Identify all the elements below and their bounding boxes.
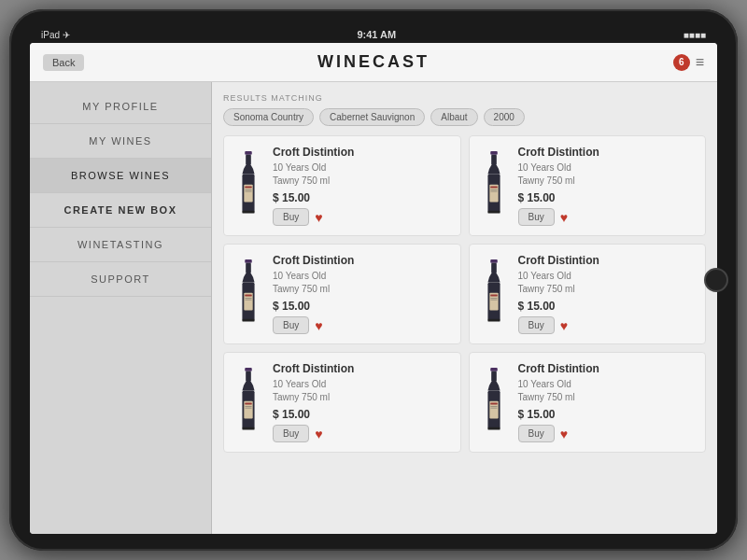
sidebar-item-create-new-box[interactable]: CREATE NEW BOX (30, 193, 211, 228)
favorite-button[interactable]: ♥ (315, 427, 322, 441)
svg-rect-12 (490, 186, 498, 188)
svg-rect-29 (490, 298, 498, 299)
buy-button[interactable]: Buy (518, 316, 555, 334)
svg-rect-23 (242, 318, 254, 321)
product-desc: 10 Years OldTawny 750 ml (273, 270, 451, 296)
product-card: Croft Distintion 10 Years OldTawny 750 m… (469, 244, 707, 344)
svg-rect-5 (245, 189, 252, 190)
buy-button[interactable]: Buy (518, 425, 555, 442)
favorite-button[interactable]: ♥ (315, 319, 322, 332)
cart-area[interactable]: 6 ≡ (673, 54, 704, 71)
filter-tag-2[interactable]: Albaut (430, 108, 477, 126)
favorite-button[interactable]: ♥ (315, 211, 322, 224)
svg-rect-40 (490, 368, 498, 371)
sidebar: MY PROFILE MY WINES BROWSE WINES CREATE … (30, 82, 212, 534)
product-desc: 10 Years OldTawny 750 ml (273, 161, 451, 188)
buy-button[interactable]: Buy (518, 208, 555, 226)
sidebar-item-my-profile[interactable]: MY PROFILE (30, 90, 211, 124)
sidebar-item-my-wines[interactable]: MY WINES (30, 124, 211, 159)
product-actions: Buy ♥ (273, 425, 451, 442)
status-left: iPad ✈ (41, 30, 70, 40)
product-grid: Croft Distintion 10 Years OldTawny 750 m… (223, 135, 706, 453)
results-label: RESULTS MATCHING (223, 93, 706, 103)
svg-rect-47 (487, 427, 500, 429)
results-header: RESULTS MATCHING Sonoma Country Cabernet… (223, 93, 706, 126)
product-desc: 10 Years OldTawny 750 ml (518, 161, 697, 188)
product-card: Croft Distintion 10 Years OldTawny 750 m… (223, 244, 461, 344)
cart-icon[interactable]: ≡ (696, 54, 704, 71)
product-actions: Buy ♥ (273, 208, 451, 226)
product-info: Croft Distintion 10 Years OldTawny 750 m… (273, 362, 451, 442)
svg-rect-39 (242, 427, 254, 429)
product-actions: Buy ♥ (273, 316, 451, 334)
svg-rect-16 (245, 259, 252, 263)
svg-rect-4 (245, 186, 252, 188)
back-button[interactable]: Back (43, 54, 84, 71)
wine-bottle-0 (233, 151, 263, 221)
product-info: Croft Distintion 10 Years OldTawny 750 m… (273, 254, 451, 334)
svg-rect-1 (246, 154, 251, 164)
filter-tags: Sonoma Country Cabernet Sauvignon Albaut… (223, 108, 706, 126)
product-actions: Buy ♥ (518, 425, 697, 442)
svg-rect-0 (245, 151, 252, 155)
svg-rect-20 (245, 294, 252, 296)
product-card: Croft Distintion 10 Years OldTawny 750 m… (469, 352, 707, 453)
home-button[interactable] (704, 268, 728, 292)
product-name: Croft Distintion (273, 362, 451, 375)
battery-indicator: ■■■■ (684, 30, 706, 40)
product-card: Croft Distintion 10 Years OldTawny 750 m… (223, 352, 461, 453)
favorite-button[interactable]: ♥ (560, 319, 568, 332)
product-actions: Buy ♥ (518, 208, 697, 226)
buy-button[interactable]: Buy (273, 316, 309, 334)
svg-rect-37 (245, 406, 252, 407)
svg-rect-28 (490, 294, 498, 296)
filter-tag-1[interactable]: Cabernet Sauvignon (319, 108, 425, 126)
sidebar-item-winetasting[interactable]: WINETASTING (30, 228, 211, 262)
filter-tag-3[interactable]: 2000 (484, 108, 525, 126)
product-name: Croft Distintion (518, 254, 697, 267)
svg-rect-38 (245, 408, 252, 409)
product-price: $ 15.00 (273, 408, 451, 421)
product-info: Croft Distintion 10 Years OldTawny 750 m… (518, 146, 697, 226)
product-price: $ 15.00 (273, 191, 451, 204)
product-name: Croft Distintion (273, 254, 451, 267)
ipad-frame: iPad ✈ 9:41 AM ■■■■ Back WINECAST 6 ≡ MY… (9, 9, 738, 551)
buy-button[interactable]: Buy (273, 425, 309, 442)
svg-rect-8 (490, 151, 498, 155)
svg-rect-22 (245, 300, 252, 301)
svg-rect-45 (490, 406, 498, 407)
svg-rect-30 (490, 300, 498, 301)
wine-bottle-4 (233, 368, 263, 438)
svg-rect-7 (242, 210, 254, 213)
sidebar-item-support[interactable]: SUPPORT (30, 262, 211, 297)
product-name: Croft Distintion (518, 146, 697, 159)
filter-tag-0[interactable]: Sonoma Country (223, 108, 314, 126)
product-card: Croft Distintion 10 Years OldTawny 750 m… (223, 135, 461, 236)
wine-bottle-2 (233, 259, 263, 329)
svg-rect-9 (491, 154, 497, 164)
product-desc: 10 Years OldTawny 750 ml (273, 378, 451, 404)
wine-bottle-5 (479, 368, 509, 438)
product-desc: 10 Years OldTawny 750 ml (518, 378, 697, 404)
favorite-button[interactable]: ♥ (560, 427, 568, 441)
status-bar: iPad ✈ 9:41 AM ■■■■ (30, 26, 717, 43)
svg-rect-44 (490, 402, 498, 404)
svg-rect-25 (491, 262, 497, 273)
svg-rect-33 (246, 371, 251, 381)
ipad-screen: Back WINECAST 6 ≡ MY PROFILE MY WINES BR… (30, 43, 717, 534)
product-price: $ 15.00 (273, 300, 451, 313)
svg-rect-14 (490, 191, 498, 192)
product-price: $ 15.00 (518, 191, 697, 204)
app-header: Back WINECAST 6 ≡ (30, 43, 717, 82)
svg-rect-46 (490, 408, 498, 409)
ipad-label: iPad ✈ (41, 30, 70, 40)
product-name: Croft Distintion (273, 146, 451, 159)
product-price: $ 15.00 (518, 300, 697, 313)
status-time: 9:41 AM (357, 29, 396, 40)
product-name: Croft Distintion (518, 362, 697, 375)
buy-button[interactable]: Buy (273, 208, 309, 226)
favorite-button[interactable]: ♥ (560, 211, 568, 224)
svg-rect-13 (490, 189, 498, 190)
sidebar-item-browse-wines[interactable]: BROWSE WINES (30, 159, 211, 193)
wine-bottle-3 (479, 259, 509, 329)
